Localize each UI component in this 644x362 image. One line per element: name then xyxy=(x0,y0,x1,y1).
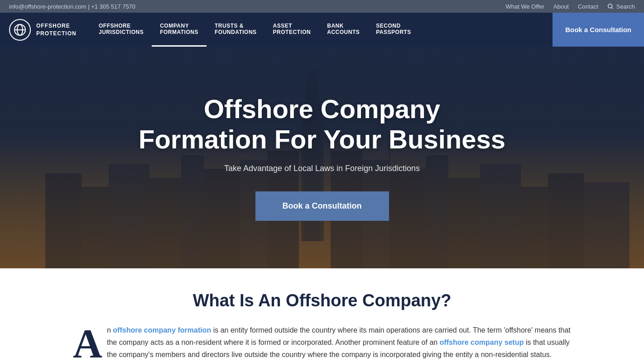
hero-content: Offshore Company Formation For Your Busi… xyxy=(130,94,514,220)
logo-line1: OFFSHORE xyxy=(36,22,77,30)
hero-title-line2: Formation For Your Business xyxy=(139,124,505,154)
what-we-offer-link[interactable]: What We Offer xyxy=(506,3,545,10)
hero-subtitle: Take Advantage of Local Laws in Foreign … xyxy=(139,164,505,173)
nav-item-trusts-foundations[interactable]: TRUSTS &FOUNDATIONS xyxy=(207,13,265,47)
email: info@offshore-protection.com xyxy=(9,3,87,10)
logo-icon xyxy=(9,19,31,41)
hero-section: Offshore Company Formation For Your Busi… xyxy=(0,47,644,268)
contact-link[interactable]: Contact xyxy=(578,3,598,10)
logo[interactable]: OFFSHORE PROTECTION xyxy=(0,19,91,41)
section-title: What Is An Offshore Company? xyxy=(9,291,635,310)
top-bar: info@offshore-protection.com | +1 305 51… xyxy=(0,0,644,13)
search-icon xyxy=(607,3,614,10)
phone: +1 305 517 7570 xyxy=(91,3,135,10)
about-link[interactable]: About xyxy=(553,3,569,10)
search-area[interactable]: Search xyxy=(607,3,635,10)
top-nav: What We Offer About Contact Search xyxy=(506,3,635,10)
nav-item-second-passports[interactable]: SECONDPASSPORTS xyxy=(368,13,419,47)
drop-cap-letter: A xyxy=(73,329,102,359)
intro-paragraph: A n offshore company formation is an ent… xyxy=(73,324,571,361)
offshore-company-formation-link[interactable]: offshore company formation xyxy=(113,326,211,334)
svg-line-1 xyxy=(611,7,613,9)
nav-item-bank-accounts[interactable]: BANKACCOUNTS xyxy=(319,13,368,47)
contact-info: info@offshore-protection.com | +1 305 51… xyxy=(9,3,135,10)
content-section: What Is An Offshore Company? A n offshor… xyxy=(0,268,644,362)
hero-title: Offshore Company Formation For Your Busi… xyxy=(139,94,505,154)
logo-text: OFFSHORE PROTECTION xyxy=(36,22,77,38)
hero-book-consultation-button[interactable]: Book a Consultation xyxy=(255,191,389,221)
hero-title-line1: Offshore Company xyxy=(204,94,440,124)
search-label[interactable]: Search xyxy=(616,3,635,10)
logo-circle-icon xyxy=(14,24,26,36)
nav-item-company-formations[interactable]: COMPANYFORMATIONS xyxy=(152,13,207,47)
nav-book-consultation-button[interactable]: Book a Consultation xyxy=(553,13,644,47)
nav-item-offshore-jurisdictions[interactable]: OFFSHOREJURISDICTIONS xyxy=(91,13,152,47)
nav-links: OFFSHOREJURISDICTIONS COMPANYFORMATIONS … xyxy=(91,13,553,47)
nav-item-asset-protection[interactable]: ASSETPROTECTION xyxy=(265,13,319,47)
offshore-company-setup-link[interactable]: offshore company setup xyxy=(440,338,524,346)
logo-line2: PROTECTION xyxy=(36,30,77,38)
main-navigation: OFFSHORE PROTECTION OFFSHOREJURISDICTION… xyxy=(0,13,644,47)
